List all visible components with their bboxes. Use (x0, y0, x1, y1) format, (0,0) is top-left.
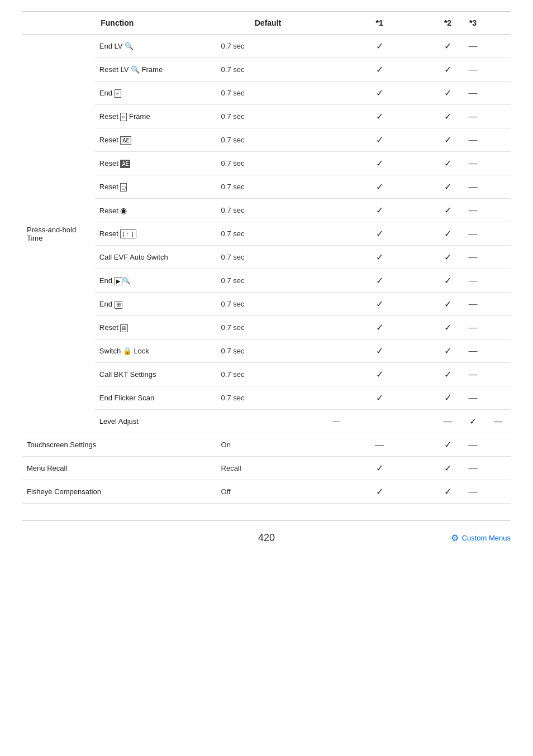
check-cell-s3: — (460, 269, 486, 293)
dash: — (469, 112, 478, 121)
dash: — (469, 346, 478, 356)
default-value: 0.7 sec (212, 293, 324, 316)
dash: — (469, 370, 478, 379)
checkmark: ✓ (444, 463, 451, 473)
check-cell-s3: — (460, 386, 486, 410)
category-cell-press-hold: Press-and-holdTime (22, 35, 95, 433)
table-row: Reset ◉0.7 sec✓✓— (22, 199, 511, 222)
check-cell-s1: ✓ (323, 152, 435, 175)
check-cell-s1: ✓ (323, 128, 435, 152)
default-value: 0.7 sec (212, 82, 324, 105)
default-value: 0.7 sec (212, 35, 324, 58)
check-cell-s2: ✓ (460, 410, 486, 433)
col-header-s2: *2 (435, 12, 460, 35)
function-cell: End LV 🔍 (95, 35, 212, 58)
checkmark: ✓ (376, 159, 383, 168)
dash: — (469, 463, 478, 473)
function-cell: End ⊞ (95, 293, 212, 316)
category-cell: Fisheye Compensation (22, 480, 212, 504)
function-cell: Reset LV 🔍 Frame (95, 58, 212, 82)
table-row: End Flicker Scan0.7 sec✓✓— (22, 386, 511, 410)
checkmark: ✓ (376, 229, 383, 238)
default-value: 0.7 sec (212, 316, 324, 339)
table-row: End ⊞0.7 sec✓✓— (22, 293, 511, 316)
check-cell-s2: ✓ (435, 433, 460, 457)
dash: — (469, 135, 478, 145)
default-value: Off (212, 480, 324, 504)
check-cell-s3: — (460, 363, 486, 386)
check-cell-s2: ✓ (435, 82, 460, 105)
checkmark: ✓ (444, 440, 451, 449)
page-footer: 420 ⚙ Custom Menus (22, 520, 511, 544)
check-cell-s2: ✓ (435, 246, 460, 269)
check-cell-s2: ✓ (435, 363, 460, 386)
dash: — (469, 276, 478, 285)
check-cell-s2: ✓ (435, 457, 460, 480)
checkmark: ✓ (444, 112, 451, 121)
check-cell-s3: — (460, 105, 486, 128)
function-cell: End ✄ (95, 82, 212, 105)
checkmark: ✓ (444, 323, 451, 332)
default-value: 0.7 sec (212, 105, 324, 128)
checkmark: ✓ (376, 205, 383, 215)
table-row: End ✄0.7 sec✓✓— (22, 82, 511, 105)
check-cell-s3: — (460, 152, 486, 175)
check-cell-s1: ✓ (323, 293, 435, 316)
col-header-s3: *3 (460, 12, 486, 35)
checkmark: ✓ (444, 41, 451, 51)
dash: — (444, 417, 453, 426)
table-row: Switch 🔒 Lock0.7 sec✓✓— (22, 339, 511, 363)
default-value: — (323, 410, 435, 433)
checkmark: ✓ (444, 487, 451, 496)
check-cell-s2: ✓ (435, 199, 460, 222)
check-cell-s1: ✓ (323, 339, 435, 363)
check-cell-s3: — (460, 246, 486, 269)
table-row: End ▶🔍0.7 sec✓✓— (22, 269, 511, 293)
table-row: Call BKT Settings0.7 sec✓✓— (22, 363, 511, 386)
check-cell-s1: — (323, 433, 435, 457)
check-cell-s2: ✓ (435, 152, 460, 175)
default-value: 0.7 sec (212, 199, 324, 222)
check-cell-s3: — (460, 175, 486, 199)
function-cell: Reset AE (95, 128, 212, 152)
checkmark: ✓ (376, 135, 383, 145)
default-value: On (212, 433, 324, 457)
category-cell: Level Adjust (95, 410, 323, 433)
checkmark: ✓ (376, 112, 383, 121)
dash: — (469, 159, 478, 168)
dash: — (469, 487, 478, 496)
check-cell-s3: — (460, 293, 486, 316)
checkmark: ✓ (376, 299, 383, 309)
check-cell-s3: — (460, 457, 486, 480)
check-cell-s3: — (486, 410, 511, 433)
function-cell: Reset ⊞ (95, 316, 212, 339)
default-value: 0.7 sec (212, 269, 324, 293)
check-cell-s2: ✓ (435, 105, 460, 128)
check-cell-s2: ✓ (435, 35, 460, 58)
col-header-function: Function (22, 12, 212, 35)
checkmark: ✓ (444, 135, 451, 145)
custom-menus-label: Custom Menus (462, 534, 511, 542)
check-cell-s3: — (460, 199, 486, 222)
check-cell-s2: ✓ (435, 222, 460, 246)
checkmark: ✓ (376, 463, 383, 473)
dash: — (469, 323, 478, 332)
check-cell-s3: — (460, 35, 486, 58)
check-cell-s1: ✓ (323, 35, 435, 58)
dash: — (469, 65, 478, 74)
dash: — (375, 440, 384, 449)
check-cell-s1: ✓ (323, 363, 435, 386)
default-value: 0.7 sec (212, 152, 324, 175)
checkmark: ✓ (444, 276, 451, 285)
checkmark: ✓ (376, 276, 383, 285)
check-cell-s1: — (435, 410, 460, 433)
default-value: 0.7 sec (212, 128, 324, 152)
table-row: Menu RecallRecall✓✓— (22, 457, 511, 480)
checkmark: ✓ (444, 370, 451, 379)
check-cell-s2: ✓ (435, 339, 460, 363)
checkmark: ✓ (376, 370, 383, 379)
checkmark: ✓ (444, 229, 451, 238)
custom-menus-link[interactable]: ⚙ Custom Menus (451, 533, 511, 543)
checkmark: ✓ (444, 65, 451, 74)
table-row: Reset ✄ Frame0.7 sec✓✓— (22, 105, 511, 128)
